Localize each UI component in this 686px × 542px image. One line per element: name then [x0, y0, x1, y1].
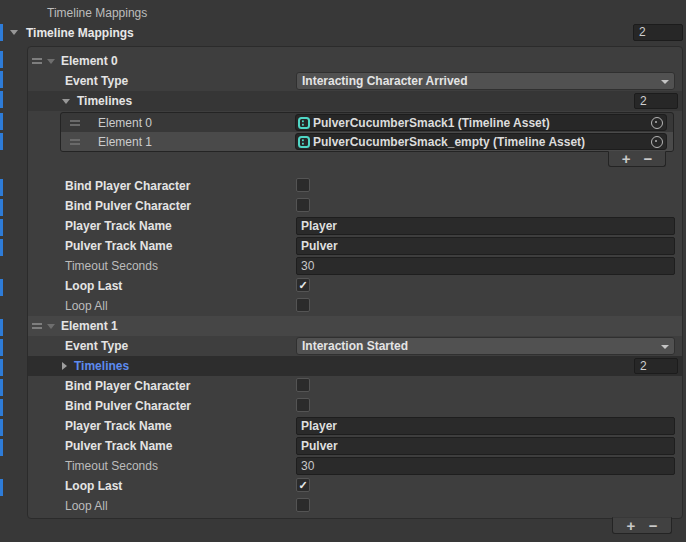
drag-handle-icon[interactable] — [32, 323, 42, 329]
event-type-row: Event Type Interaction Started — [28, 336, 682, 356]
override-bar — [0, 319, 3, 336]
checkmark-icon: ✓ — [298, 480, 307, 491]
bind-player-row: Bind Player Character — [28, 376, 682, 396]
override-bar — [0, 219, 3, 236]
override-bar — [0, 51, 3, 68]
bind-pulver-label: Bind Pulver Character — [28, 399, 191, 413]
event-type-value: Interaction Started — [302, 339, 408, 353]
timeline-item-label: Element 1 — [98, 135, 152, 149]
event-type-dropdown[interactable]: Interaction Started — [296, 337, 675, 355]
add-element-button[interactable]: + — [622, 152, 631, 166]
override-bar — [0, 113, 3, 130]
array-size-field[interactable]: 2 — [634, 358, 678, 374]
foldout-open-icon[interactable] — [10, 30, 18, 35]
element-1-timelines-foldout[interactable]: Timelines 2 — [28, 356, 682, 376]
timeout-row: Timeout Seconds — [28, 256, 682, 276]
drag-handle-icon[interactable] — [70, 120, 80, 126]
property-header-label: Timeline Mappings — [0, 0, 686, 20]
timeline-asset-icon — [298, 136, 310, 148]
pulver-track-row: Pulver Track Name — [28, 236, 682, 256]
element-1-title: Element 1 — [61, 319, 118, 333]
player-track-row: Player Track Name — [28, 216, 682, 236]
event-type-dropdown[interactable]: Interacting Character Arrived — [296, 72, 675, 90]
foldout-open-icon[interactable] — [47, 59, 55, 64]
object-picker-icon[interactable] — [651, 136, 663, 148]
bind-pulver-row: Bind Pulver Character — [28, 396, 682, 416]
timelines-label: Timelines — [77, 94, 132, 108]
override-bar — [0, 399, 3, 416]
chevron-down-icon — [661, 80, 669, 84]
timeout-label: Timeout Seconds — [28, 459, 158, 473]
player-track-input[interactable] — [296, 417, 675, 435]
timelines-sublist: Element 0 PulverCucumberSmack1 (Timeline… — [60, 112, 674, 152]
timeline-asset-name: PulverCucumberSmack_empty (Timeline Asse… — [313, 135, 585, 149]
remove-element-button[interactable]: − — [643, 152, 652, 166]
loop-last-checkbox[interactable]: ✓ — [296, 278, 310, 292]
bind-player-checkbox[interactable] — [296, 178, 310, 192]
bind-pulver-checkbox[interactable] — [296, 398, 310, 412]
bind-player-label: Bind Player Character — [28, 379, 190, 393]
drag-handle-icon[interactable] — [70, 139, 80, 145]
timeline-item-row[interactable]: Element 0 PulverCucumberSmack1 (Timeline… — [61, 113, 673, 132]
override-bar — [0, 379, 3, 396]
bind-pulver-checkbox[interactable] — [296, 198, 310, 212]
override-bar — [0, 339, 3, 356]
timeout-label: Timeout Seconds — [28, 259, 158, 273]
override-bar — [0, 133, 3, 150]
timeout-input[interactable] — [296, 457, 675, 475]
loop-all-label: Loop All — [28, 499, 108, 513]
event-type-value: Interacting Character Arrived — [302, 74, 468, 88]
element-0-header[interactable]: Element 0 — [28, 51, 682, 71]
player-track-row: Player Track Name — [28, 416, 682, 436]
override-bar — [0, 439, 3, 456]
timeline-asset-field[interactable]: PulverCucumberSmack_empty (Timeline Asse… — [295, 133, 667, 150]
timeout-input[interactable] — [296, 257, 675, 275]
element-0-timelines-foldout[interactable]: Timelines 2 — [28, 91, 682, 111]
pulver-track-label: Pulver Track Name — [28, 439, 172, 453]
loop-last-row: Loop Last ✓ — [28, 276, 682, 296]
unity-inspector-panel: { "inspector": { "property_header": "Tim… — [0, 0, 686, 542]
foldout-closed-icon[interactable] — [62, 362, 67, 370]
pulver-track-row: Pulver Track Name — [28, 436, 682, 456]
foldout-open-icon[interactable] — [47, 324, 55, 329]
bind-pulver-row: Bind Pulver Character — [28, 196, 682, 216]
timeline-mappings-label: Timeline Mappings — [26, 26, 134, 40]
remove-element-button[interactable]: − — [649, 519, 658, 533]
override-bar — [0, 71, 3, 88]
event-type-label: Event Type — [28, 74, 128, 88]
timeline-mappings-foldout[interactable]: Timeline Mappings 2 — [0, 23, 686, 42]
player-track-input[interactable] — [296, 217, 675, 235]
timeline-item-row[interactable]: Element 1 PulverCucumberSmack_empty (Tim… — [61, 132, 673, 151]
loop-all-row: Loop All — [28, 296, 682, 316]
drag-handle-icon[interactable] — [32, 58, 42, 64]
loop-all-checkbox[interactable] — [296, 298, 310, 312]
loop-all-label: Loop All — [28, 299, 108, 313]
loop-last-label: Loop Last — [28, 479, 122, 493]
event-type-label: Event Type — [28, 339, 128, 353]
pulver-track-input[interactable] — [296, 237, 675, 255]
chevron-down-icon — [661, 345, 669, 349]
add-element-button[interactable]: + — [626, 519, 635, 533]
element-1-header[interactable]: Element 1 — [28, 316, 682, 336]
object-picker-icon[interactable] — [651, 117, 663, 129]
pulver-track-label: Pulver Track Name — [28, 239, 172, 253]
timeline-item-label: Element 0 — [98, 116, 152, 130]
override-bar — [0, 91, 3, 108]
override-bar — [0, 179, 3, 196]
timeline-mappings-list: Element 0 Event Type Interacting Charact… — [27, 46, 683, 519]
pulver-track-input[interactable] — [296, 437, 675, 455]
override-bar — [0, 279, 3, 296]
array-size-field[interactable]: 2 — [634, 93, 678, 109]
timeline-asset-field[interactable]: PulverCucumberSmack1 (Timeline Asset) — [295, 114, 667, 131]
override-bar — [0, 239, 3, 256]
timelines-list-footer: + − — [608, 151, 666, 167]
array-size-field[interactable]: 2 — [633, 24, 683, 41]
loop-all-checkbox[interactable] — [296, 498, 310, 512]
loop-last-checkbox[interactable]: ✓ — [296, 478, 310, 492]
timeline-mappings-list-footer: + − — [612, 517, 672, 534]
loop-all-row: Loop All — [28, 496, 682, 516]
foldout-open-icon[interactable] — [62, 99, 70, 104]
timeout-row: Timeout Seconds — [28, 456, 682, 476]
timelines-label: Timelines — [74, 359, 129, 373]
bind-player-checkbox[interactable] — [296, 378, 310, 392]
